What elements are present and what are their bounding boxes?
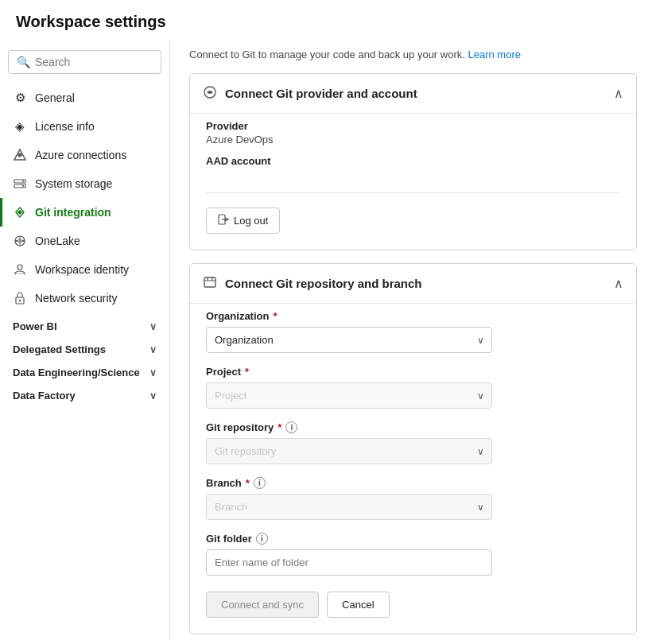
git-folder-label: Git folder i [206,533,620,545]
git-repo-field-label: Git repository * i [206,421,620,433]
aad-value [206,169,620,183]
svg-point-8 [17,265,22,270]
identity-icon [13,262,27,277]
git-provider-title: Connect Git provider and account [225,87,417,100]
license-icon: ◈ [13,119,27,134]
sidebar-item-onelake[interactable]: OneLake [0,227,169,255]
sidebar-item-workspace-identity[interactable]: Workspace identity [0,255,169,284]
chevron-down-icon: ∨ [149,367,157,378]
group-data-engineering[interactable]: Data Engineering/Science ∨ [0,359,169,382]
project-select-wrapper: Project ∨ [206,382,492,409]
azure-icon [13,148,27,162]
group-label: Data Engineering/Science [13,367,140,378]
aad-label: AAD account [206,155,620,167]
info-icon: i [254,477,266,489]
main-subtitle: Connect to Git to manage your code and b… [189,48,637,60]
sidebar-item-label: Network security [35,292,117,305]
git-icon [13,205,27,219]
organization-label: Organization * [206,310,620,322]
learn-more-link[interactable]: Learn more [468,48,521,60]
git-repo-card: Connect Git repository and branch ∧ Orga… [189,263,637,634]
organization-select[interactable]: Organization [206,327,492,353]
git-folder-row: Git folder i [206,533,620,576]
onelake-icon [13,234,27,248]
group-label: Power BI [13,320,57,332]
git-repo-title: Connect Git repository and branch [225,277,422,290]
branch-row: Branch * i Branch ∨ [206,477,620,520]
group-power-bi[interactable]: Power BI ∨ [0,312,169,336]
collapse-icon: ∧ [614,86,623,101]
storage-icon [13,177,27,191]
cancel-button[interactable]: Cancel [327,592,389,618]
page-title: Workspace settings [0,0,656,41]
project-label: Project * [206,366,620,378]
sidebar: 🔍 ⚙ General ◈ License info Azure connect… [0,41,170,640]
search-box[interactable]: 🔍 [8,50,161,74]
provider-label: Provider [206,120,620,132]
chevron-down-icon: ∨ [149,344,157,355]
svg-point-5 [22,185,24,187]
provider-value: Azure DevOps [206,134,620,145]
sidebar-item-label: License info [35,120,95,133]
info-icon: i [285,421,297,433]
sidebar-item-label: Azure connections [35,149,126,161]
sidebar-item-system-storage[interactable]: System storage [0,169,169,198]
sidebar-item-label: System storage [35,177,112,190]
project-row: Project * Project ∨ [206,366,620,409]
sidebar-item-label: Workspace identity [35,263,129,276]
divider [206,192,620,193]
sidebar-item-label: Git integration [35,206,111,219]
sidebar-item-label: OneLake [35,235,80,247]
footer-buttons: Connect and sync Cancel [206,592,620,618]
git-repo-select[interactable]: Git repository [206,438,492,464]
info-icon: i [256,533,268,545]
git-provider-card: Connect Git provider and account ∧ Provi… [189,73,637,250]
git-repo-card-header[interactable]: Connect Git repository and branch ∧ [190,264,636,303]
chevron-down-icon: ∨ [149,321,157,332]
connect-sync-button[interactable]: Connect and sync [206,592,319,618]
group-label: Data Factory [13,390,76,402]
git-folder-input[interactable] [206,549,492,576]
required-star: * [245,366,249,378]
branch-select-wrapper: Branch ∨ [206,494,492,520]
git-repo-select-wrapper: Git repository ∨ [206,438,492,464]
sidebar-item-license-info[interactable]: ◈ License info [0,112,169,141]
general-icon: ⚙ [13,91,27,105]
search-input[interactable] [35,56,153,68]
git-provider-card-header[interactable]: Connect Git provider and account ∧ [190,74,636,113]
sidebar-item-general[interactable]: ⚙ General [0,83,169,112]
collapse-icon: ∧ [614,276,623,291]
git-repo-row: Git repository * i Git repository ∨ [206,421,620,464]
logout-label: Log out [234,215,268,227]
sidebar-item-label: General [35,91,75,104]
organization-row: Organization * Organization ∨ [206,310,620,353]
required-star: * [273,310,277,322]
sidebar-item-network-security[interactable]: Network security [0,284,169,312]
group-data-factory[interactable]: Data Factory ∨ [0,382,169,405]
chevron-down-icon: ∨ [149,390,157,402]
branch-label: Branch * i [206,477,620,489]
svg-point-1 [18,153,22,157]
git-repo-icon [203,275,217,292]
git-provider-body: Provider Azure DevOps AAD account Log ou… [190,113,636,250]
branch-select[interactable]: Branch [206,494,492,520]
required-star: * [246,477,250,489]
git-repo-body: Organization * Organization ∨ Project * [190,303,636,634]
sidebar-item-git-integration[interactable]: Git integration [0,198,169,227]
sidebar-item-azure-connections[interactable]: Azure connections [0,141,169,169]
required-star: * [278,421,281,433]
search-icon: 🔍 [17,56,30,68]
group-delegated-settings[interactable]: Delegated Settings ∨ [0,336,169,359]
main-content: Connect to Git to manage your code and b… [170,41,656,640]
logout-button[interactable]: Log out [206,208,280,234]
group-label: Delegated Settings [13,343,106,355]
logout-icon [218,214,229,227]
svg-point-4 [22,180,24,182]
git-provider-icon [203,85,217,102]
organization-select-wrapper: Organization ∨ [206,327,492,353]
svg-rect-14 [204,277,215,287]
project-select[interactable]: Project [206,382,492,409]
network-security-icon [13,291,27,305]
svg-point-10 [19,300,21,301]
